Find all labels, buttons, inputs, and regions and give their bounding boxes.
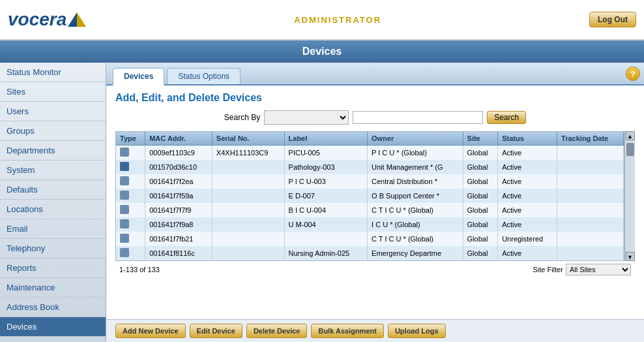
table-row[interactable]: 001641f7fb21C T I C U * (Global)GlobalUn… xyxy=(116,232,624,246)
device-type-icon xyxy=(120,248,129,257)
cell-owner: Unit Management * (G xyxy=(368,160,463,174)
table-row[interactable]: 001641f8116cNursing Admin-025Emergency D… xyxy=(116,246,624,260)
column-header-serial-no-[interactable]: Serial No. xyxy=(212,132,284,146)
section-title: Add, Edit, and Delete Devices xyxy=(115,92,635,104)
bulk-assignment-button[interactable]: Bulk Assignment xyxy=(311,324,383,338)
cell-serial xyxy=(212,174,284,189)
cell-mac: 001641f7f7f9 xyxy=(145,203,212,217)
cell-status: Active xyxy=(498,189,557,203)
main-layout: Status MonitorSitesUsersGroupsDepartment… xyxy=(0,63,644,342)
help-button[interactable]: ? xyxy=(626,67,640,81)
delete-device-button[interactable]: Delete Device xyxy=(246,324,308,338)
cell-serial xyxy=(212,189,284,203)
scroll-thumb[interactable] xyxy=(626,143,634,156)
table-row[interactable]: 001570d36c10Pathology-003Unit Management… xyxy=(116,160,624,174)
cell-label: B I C U-004 xyxy=(284,203,368,217)
cell-status: Active xyxy=(498,203,557,217)
cell-mac: 001641f7f9a8 xyxy=(145,217,212,232)
device-type-icon xyxy=(120,191,129,200)
cell-status: Active xyxy=(498,217,557,232)
device-type-icon xyxy=(120,234,129,243)
sidebar-item-groups[interactable]: Groups xyxy=(0,121,106,141)
cell-site: Global xyxy=(463,217,498,232)
table-row[interactable]: 001641f7f59aE D-007O B Support Center *G… xyxy=(116,189,624,203)
sidebar-item-status-monitor[interactable]: Status Monitor xyxy=(0,63,106,82)
search-bar: Search By Search xyxy=(115,110,635,125)
logo-icon xyxy=(68,12,86,27)
cell-type xyxy=(116,189,145,203)
cell-type xyxy=(116,146,145,161)
column-header-type[interactable]: Type xyxy=(116,132,145,146)
table-row[interactable]: 0009ef1103c9X4XH111103C9PICU-005P I C U … xyxy=(116,146,624,161)
cell-type xyxy=(116,217,145,232)
cell-status: Active xyxy=(498,160,557,174)
cell-site: Global xyxy=(463,160,498,174)
table-wrapper: TypeMAC Addr.Serial No.LabelOwnerSiteSta… xyxy=(115,131,624,261)
cell-owner: C T I C U * (Global) xyxy=(368,232,463,246)
cell-tracking xyxy=(557,203,624,217)
cell-serial xyxy=(212,160,284,174)
scrollbar[interactable]: ▲ ▼ xyxy=(624,131,635,261)
cell-owner: O B Support Center * xyxy=(368,189,463,203)
logout-button[interactable]: Log Out xyxy=(589,12,636,27)
scroll-up-button[interactable]: ▲ xyxy=(626,131,635,140)
cell-site: Global xyxy=(463,189,498,203)
cell-mac: 001641f7f2ea xyxy=(145,174,212,189)
table-row[interactable]: 001641f7f9a8U M-004I C U * (Global)Globa… xyxy=(116,217,624,232)
search-input[interactable] xyxy=(353,111,483,124)
devices-table: TypeMAC Addr.Serial No.LabelOwnerSiteSta… xyxy=(116,132,624,260)
cell-owner: I C U * (Global) xyxy=(368,217,463,232)
table-header: TypeMAC Addr.Serial No.LabelOwnerSiteSta… xyxy=(116,132,624,146)
sidebar-item-telephony[interactable]: Telephony xyxy=(0,239,106,258)
logo: vocera xyxy=(8,9,86,30)
table-container: TypeMAC Addr.Serial No.LabelOwnerSiteSta… xyxy=(115,131,635,261)
sidebar-item-reports[interactable]: Reports xyxy=(0,258,106,278)
device-type-icon xyxy=(120,219,129,228)
cell-serial xyxy=(212,203,284,217)
cell-serial xyxy=(212,232,284,246)
search-button[interactable]: Search xyxy=(487,111,526,124)
site-filter-select[interactable]: All Sites xyxy=(566,264,631,275)
sidebar-item-locations[interactable]: Locations xyxy=(0,200,106,219)
add-new-device-button[interactable]: Add New Device xyxy=(115,324,186,338)
site-filter: Site Filter All Sites xyxy=(533,264,631,275)
header: vocera ADMINISTRATOR Log Out xyxy=(0,0,644,40)
sidebar-item-system[interactable]: System xyxy=(0,161,106,180)
sidebar-item-maintenance[interactable]: Maintenance xyxy=(0,278,106,298)
sidebar-item-users[interactable]: Users xyxy=(0,102,106,121)
column-header-mac-addr-[interactable]: MAC Addr. xyxy=(145,132,212,146)
pagination-text: 1-133 of 133 xyxy=(119,266,160,273)
sidebar-item-devices[interactable]: Devices xyxy=(0,317,106,337)
search-select[interactable] xyxy=(264,110,349,125)
cell-type xyxy=(116,160,145,174)
upload-logs-button[interactable]: Upload Logs xyxy=(388,324,446,338)
sidebar-item-defaults[interactable]: Defaults xyxy=(0,180,106,200)
sidebar-item-documentation[interactable]: Documentation xyxy=(0,337,106,342)
tabs-wrapper: DevicesStatus Options ? xyxy=(106,63,644,86)
column-header-tracking-date[interactable]: Tracking Date xyxy=(557,132,624,146)
sidebar: Status MonitorSitesUsersGroupsDepartment… xyxy=(0,63,106,342)
scroll-down-button[interactable]: ▼ xyxy=(626,252,635,261)
sidebar-item-departments[interactable]: Departments xyxy=(0,141,106,161)
cell-mac: 001641f7f59a xyxy=(145,189,212,203)
sidebar-item-sites[interactable]: Sites xyxy=(0,82,106,102)
column-header-label[interactable]: Label xyxy=(284,132,368,146)
table-row[interactable]: 001641f7f2eaP I C U-003Central Distribut… xyxy=(116,174,624,189)
column-header-owner[interactable]: Owner xyxy=(368,132,463,146)
sidebar-item-email[interactable]: Email xyxy=(0,219,106,239)
cell-status: Unregistered xyxy=(498,232,557,246)
sidebar-item-address-book[interactable]: Address Book xyxy=(0,298,106,317)
column-header-site[interactable]: Site xyxy=(463,132,498,146)
tab-status-options[interactable]: Status Options xyxy=(167,68,241,84)
device-type-icon xyxy=(120,162,129,171)
edit-device-button[interactable]: Edit Device xyxy=(190,324,242,338)
table-row[interactable]: 001641f7f7f9B I C U-004C T I C U * (Glob… xyxy=(116,203,624,217)
cell-status: Active xyxy=(498,174,557,189)
column-header-status[interactable]: Status xyxy=(498,132,557,146)
cell-tracking xyxy=(557,217,624,232)
cell-serial xyxy=(212,217,284,232)
cell-label: Pathology-003 xyxy=(284,160,368,174)
tab-devices[interactable]: Devices xyxy=(113,68,164,86)
cell-tracking xyxy=(557,174,624,189)
cell-mac: 001641f8116c xyxy=(145,246,212,260)
